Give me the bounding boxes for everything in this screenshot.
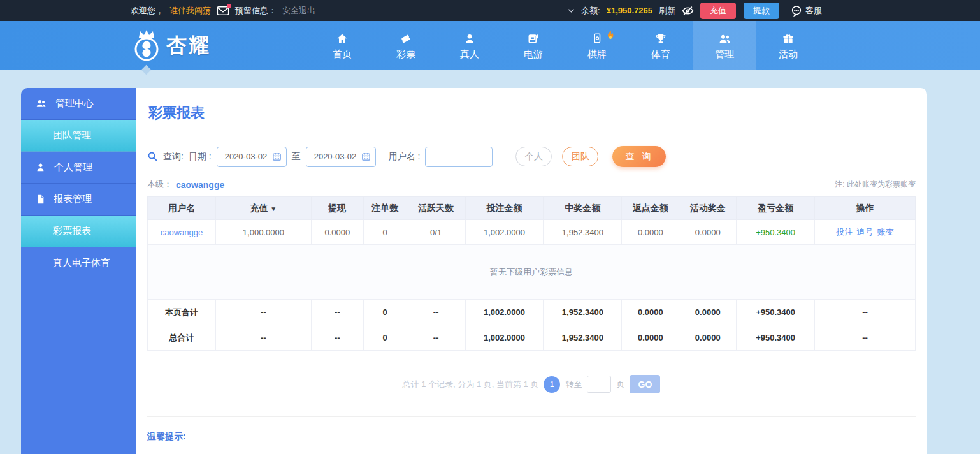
nav-item-home[interactable]: 首页	[310, 21, 374, 70]
personal-toggle-button[interactable]: 个人	[515, 147, 552, 166]
row-withdraw: 0.0000	[311, 220, 363, 245]
account-change-note: 注: 此处账变为彩票账变	[835, 179, 916, 190]
nav-label: 棋牌	[587, 48, 607, 61]
page-title: 彩票报表	[148, 103, 916, 122]
refresh-link[interactable]: 刷新	[659, 5, 675, 17]
chat-bubble-icon	[791, 5, 802, 17]
page-total-deposit: --	[215, 300, 311, 325]
tile-icon	[591, 31, 603, 45]
tips-title: 温馨提示:	[147, 431, 916, 443]
level-user-link[interactable]: caowangge	[176, 180, 224, 190]
search-icon	[147, 151, 158, 162]
goto-label: 转至	[565, 379, 582, 390]
nav-item-manage[interactable]: 管理	[693, 21, 756, 70]
page-total-bet-count: 0	[363, 300, 407, 325]
nav-label: 首页	[333, 48, 352, 61]
sidebar-item-team-manage[interactable]: 团队管理	[21, 120, 136, 152]
col-bet-count: 注单数	[363, 197, 407, 220]
action-chase-link[interactable]: 追号	[857, 226, 874, 238]
username-label: 用户名 :	[389, 151, 421, 163]
page-total-active-days: --	[407, 300, 465, 325]
deposit-button[interactable]: 充值	[700, 3, 736, 19]
page-number-button[interactable]: 1	[544, 376, 560, 393]
empty-row: 暂无下级用户彩票信息	[148, 245, 916, 300]
sidebar-item-label: 团队管理	[53, 129, 91, 142]
nav-label: 管理	[715, 48, 734, 61]
grand-total-bet-amount: 1,002.0000	[465, 325, 544, 351]
nav-label: 体育	[651, 48, 670, 61]
balance-value: ¥1,950.7265	[607, 6, 652, 15]
mail-icon[interactable]	[217, 6, 229, 16]
col-rebate: 返点金额	[622, 197, 679, 220]
page-total-row: 本页合计 -- -- 0 -- 1,002.0000 1,952.3400 0.…	[148, 300, 916, 325]
users-icon	[35, 98, 47, 109]
col-deposit-label: 充值	[250, 203, 268, 213]
search-button[interactable]: 查 询	[612, 146, 666, 167]
grand-total-active-days: --	[407, 325, 465, 351]
page-total-rebate: 0.0000	[622, 300, 679, 325]
sidebar-item-manage-center[interactable]: 管理中心	[21, 88, 136, 120]
site-logo[interactable]: 杏耀	[129, 21, 211, 70]
report-table: 用户名 充值 ▼ 提现 注单数 活跃天数 投注金额 中奖金额 返点金额 活动奖金…	[147, 196, 916, 351]
sort-desc-icon: ▼	[270, 205, 277, 212]
slot-machine-icon	[526, 31, 540, 45]
logout-link[interactable]: 安全退出	[282, 5, 315, 17]
nav-item-sports[interactable]: 体育	[629, 21, 693, 70]
grand-total-deposit: --	[215, 325, 311, 351]
sidebar-item-label: 报表管理	[54, 193, 92, 205]
nav-label: 活动	[779, 48, 798, 61]
withdraw-button[interactable]: 提款	[744, 3, 779, 19]
nav-label: 彩票	[396, 48, 415, 61]
username-input[interactable]	[425, 147, 493, 167]
action-bet-link[interactable]: 投注	[837, 226, 853, 238]
nav-label: 真人	[460, 48, 479, 61]
date-from-wrap	[217, 147, 287, 167]
page-total-withdraw: --	[311, 300, 363, 325]
col-actions: 操作	[815, 197, 916, 220]
row-rebate: 0.0000	[622, 220, 679, 245]
customer-service-label: 客服	[805, 5, 822, 17]
action-account-change-link[interactable]: 账变	[877, 226, 894, 238]
nav-item-egames[interactable]: 电游	[501, 21, 565, 70]
sidebar-item-live-esports[interactable]: 真人电子体育	[21, 247, 136, 279]
date-to-wrap	[306, 147, 376, 167]
nav-item-activity[interactable]: 活动	[756, 21, 820, 70]
ticket-icon	[399, 31, 413, 45]
goto-page-input[interactable]	[587, 376, 611, 393]
account-username-link[interactable]: 谁伴我闯荡	[169, 5, 211, 17]
col-bonus: 活动奖金	[679, 197, 737, 220]
date-to-input[interactable]	[306, 147, 376, 167]
team-toggle-button[interactable]: 团队	[562, 147, 598, 166]
nav-item-lottery[interactable]: 彩票	[374, 21, 438, 70]
chevron-down-icon[interactable]	[568, 8, 575, 13]
pagination-summary: 总计 1 个记录, 分为 1 页, 当前第 1 页	[403, 379, 539, 390]
home-icon	[336, 31, 349, 45]
hot-flame-icon	[605, 29, 616, 43]
eye-slash-icon[interactable]	[682, 6, 694, 16]
row-bet-amount: 1,002.0000	[465, 220, 544, 245]
nav-item-boardgames[interactable]: 棋牌	[565, 21, 629, 70]
col-username: 用户名	[148, 197, 216, 220]
col-deposit-sortable[interactable]: 充值 ▼	[215, 197, 311, 220]
trophy-icon	[654, 31, 668, 45]
sidebar-item-report-manage[interactable]: 报表管理	[21, 184, 136, 216]
nav-item-live[interactable]: 真人	[438, 21, 501, 70]
table-header-row: 用户名 充值 ▼ 提现 注单数 活跃天数 投注金额 中奖金额 返点金额 活动奖金…	[148, 197, 916, 220]
sidebar-item-lottery-report[interactable]: 彩票报表	[21, 216, 136, 247]
col-bet-amount: 投注金额	[465, 197, 544, 220]
row-username-link[interactable]: caowangge	[161, 228, 203, 237]
date-from-input[interactable]	[217, 147, 287, 167]
row-profit: +950.3400	[737, 220, 815, 245]
balance-label: 余额:	[581, 5, 600, 17]
date-label: 日期 :	[189, 151, 212, 163]
customer-service-link[interactable]: 客服	[791, 5, 822, 17]
row-win-amount: 1,952.3400	[544, 220, 622, 245]
go-button[interactable]: GO	[630, 375, 660, 393]
sidebar-item-label: 彩票报表	[53, 225, 91, 237]
user-icon	[35, 162, 46, 173]
sidebar-item-label: 管理中心	[55, 98, 94, 110]
sidebar-item-personal-manage[interactable]: 个人管理	[21, 152, 136, 184]
topbar-right: 余额: ¥1,950.7265 刷新 充值 提款 客服	[568, 3, 822, 19]
main-nav: 首页 彩票 真人 电游	[310, 21, 820, 70]
pagination: 总计 1 个记录, 分为 1 页, 当前第 1 页 1 转至 页 GO	[147, 375, 916, 393]
